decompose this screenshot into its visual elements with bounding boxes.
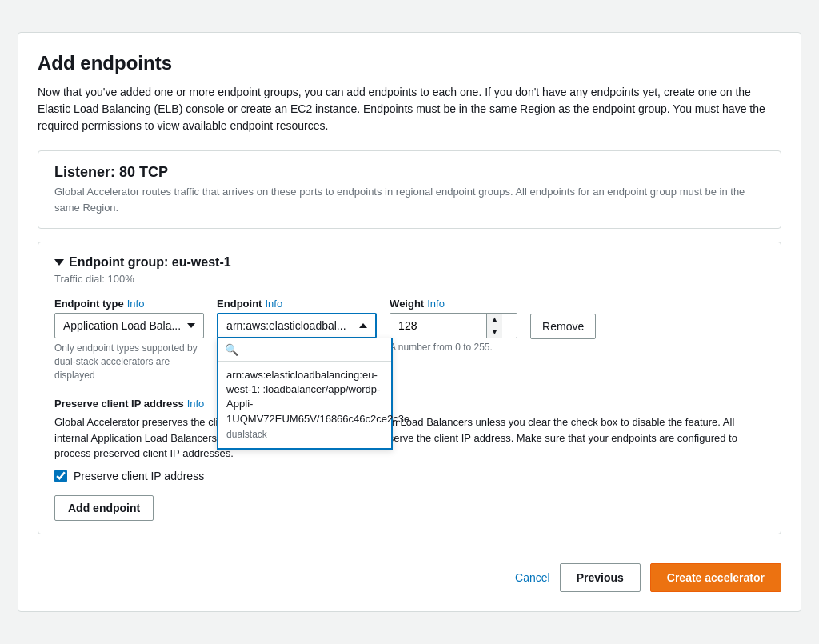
page-title: Add endpoints (38, 52, 781, 74)
endpoint-field: Endpoint Info arn:aws:elasticloadbal... … (217, 298, 377, 338)
intro-text: Now that you've added one or more endpoi… (38, 84, 773, 134)
endpoint-type-value: Application Load Bala... (63, 319, 181, 332)
endpoint-group-header: Endpoint group: eu-west-1 (54, 255, 765, 270)
preserve-ip-section: Preserve client IP address Info Global A… (54, 398, 765, 482)
weight-info-link[interactable]: Info (427, 298, 445, 310)
search-icon: 🔍 (225, 343, 238, 356)
endpoint-info-link[interactable]: Info (265, 298, 282, 310)
dualstack-label: dualstack (226, 428, 383, 442)
endpoint-group-box: Endpoint group: eu-west-1 Traffic dial: … (38, 242, 781, 534)
weight-input[interactable] (390, 314, 486, 338)
weight-stepper: ▲ ▼ (486, 314, 502, 338)
weight-field: Weight Info ▲ ▼ A number from 0 to 255. (390, 298, 517, 353)
endpoint-arn-text: arn:aws:elasticloadbalancing:eu-west-1: … (226, 369, 410, 425)
endpoint-type-note: Only endpoint types supported by dual-st… (54, 342, 198, 382)
endpoint-group-title: Endpoint group: eu-west-1 (69, 255, 231, 270)
endpoint-search-box: 🔍 (218, 338, 391, 362)
listener-section: Listener: 80 TCP Global Accelerator rout… (38, 150, 781, 229)
preserve-ip-checkbox[interactable] (54, 470, 67, 482)
preserve-ip-info-link[interactable]: Info (187, 398, 205, 410)
endpoint-dropdown: 🔍 arn:aws:elasticloadbalancing:eu-west-1… (217, 338, 393, 450)
add-endpoint-button[interactable]: Add endpoint (54, 495, 154, 521)
endpoint-type-select-wrapper: Application Load Bala... (54, 313, 204, 338)
endpoint-dropdown-item[interactable]: arn:aws:elasticloadbalancing:eu-west-1: … (218, 362, 391, 448)
weight-note: A number from 0 to 255. (390, 342, 517, 353)
add-endpoints-modal: Add endpoints Now that you've added one … (18, 32, 801, 612)
endpoint-type-arrow (187, 323, 195, 328)
endpoint-type-select[interactable]: Application Load Bala... (54, 313, 204, 338)
previous-button[interactable]: Previous (560, 563, 641, 592)
endpoint-select-wrapper: arn:aws:elasticloadbal... 🔍 arn:aws:elas… (217, 313, 377, 338)
endpoint-search-input[interactable] (243, 343, 385, 356)
endpoint-type-field: Endpoint type Info Application Load Bala… (54, 298, 204, 382)
collapse-icon[interactable] (54, 259, 64, 266)
endpoint-row: Endpoint type Info Application Load Bala… (54, 298, 765, 382)
preserve-ip-checkbox-row: Preserve client IP address (54, 470, 765, 482)
preserve-ip-checkbox-label[interactable]: Preserve client IP address (74, 470, 204, 482)
weight-decrement-button[interactable]: ▼ (487, 326, 502, 338)
weight-input-wrapper: ▲ ▼ (390, 313, 517, 338)
create-accelerator-button[interactable]: Create accelerator (650, 563, 781, 592)
endpoint-type-info-link[interactable]: Info (127, 298, 145, 310)
weight-label: Weight Info (390, 298, 517, 310)
weight-increment-button[interactable]: ▲ (487, 314, 502, 326)
endpoint-select[interactable]: arn:aws:elasticloadbal... (217, 313, 377, 338)
listener-title: Listener: 80 TCP (54, 164, 765, 181)
listener-desc: Global Accelerator routes traffic that a… (54, 184, 765, 215)
preserve-ip-label: Preserve client IP address Info (54, 398, 765, 410)
traffic-dial: Traffic dial: 100% (54, 273, 765, 285)
modal-footer: Cancel Previous Create accelerator (38, 550, 781, 592)
endpoint-arrow (359, 323, 367, 328)
endpoint-type-label: Endpoint type Info (54, 298, 204, 310)
cancel-button[interactable]: Cancel (515, 571, 550, 584)
remove-button[interactable]: Remove (530, 314, 596, 339)
endpoint-label: Endpoint Info (217, 298, 377, 310)
endpoint-value: arn:aws:elasticloadbal... (226, 319, 346, 332)
